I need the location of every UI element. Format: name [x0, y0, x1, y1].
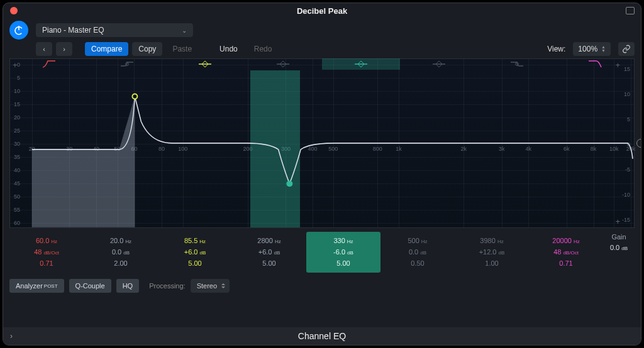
- undo-button[interactable]: Undo: [213, 42, 244, 56]
- svg-point-4: [132, 94, 137, 99]
- band-params-col[interactable]: 2800 Hz+6.0 dB5.00: [232, 232, 306, 273]
- bottom-options-bar: AnalyzerPOST Q-Couple HQ Processing: Ste…: [9, 279, 635, 293]
- plugin-window: Decibel Peak Piano - Master EQ ⌄ ‹ › Com…: [3, 3, 641, 345]
- power-button[interactable]: [9, 21, 28, 40]
- band-params-col[interactable]: 20.0 Hz0.0 dB2.00: [84, 232, 158, 273]
- eq-curve: [10, 59, 634, 227]
- toolbar: Piano - Master EQ ⌄ ‹ › Compare Copy Pas…: [3, 18, 641, 58]
- preset-selector[interactable]: Piano - Master EQ ⌄: [36, 23, 193, 37]
- chevron-down-icon: ⌄: [182, 27, 187, 34]
- analyzer-button[interactable]: AnalyzerPOST: [9, 279, 64, 293]
- link-icon: [622, 45, 631, 53]
- copy-button[interactable]: Copy: [132, 42, 162, 56]
- zoom-value: 100%: [578, 45, 597, 53]
- eq-graph[interactable]: + + + 051015202530354045505560 151050-5-…: [9, 58, 635, 228]
- window-title: Decibel Peak: [3, 6, 641, 16]
- hq-button[interactable]: HQ: [116, 279, 140, 293]
- maximize-icon[interactable]: [626, 7, 635, 14]
- zoom-stepper-icon: ▲▼: [601, 45, 606, 53]
- footer: › Channel EQ: [3, 327, 641, 345]
- link-button[interactable]: [618, 42, 635, 56]
- band-params-col[interactable]: 500 Hz0.0 dB0.50: [380, 232, 455, 273]
- band-params-col[interactable]: 330 Hz-6.0 dB5.00: [306, 232, 380, 273]
- paste-button[interactable]: Paste: [166, 42, 198, 56]
- q-couple-button[interactable]: Q-Couple: [69, 279, 111, 293]
- processing-dropdown[interactable]: Stereo: [191, 279, 230, 293]
- view-label: View:: [547, 45, 565, 53]
- compare-button[interactable]: Compare: [85, 42, 128, 56]
- band-params-col[interactable]: 3980 Hz+12.0 dB1.00: [455, 232, 529, 273]
- power-icon: [13, 24, 25, 36]
- processing-label: Processing:: [149, 282, 185, 290]
- prev-preset-button[interactable]: ‹: [36, 42, 52, 56]
- band-params-col[interactable]: 20000 Hz48 dB/Oct0.71: [529, 232, 603, 273]
- redo-button[interactable]: Redo: [248, 42, 279, 56]
- expand-chevron-icon[interactable]: ›: [3, 332, 19, 340]
- preset-name: Piano - Master EQ: [42, 26, 104, 35]
- band-params-col[interactable]: 60.0 Hz48 dB/Oct0.71: [9, 232, 84, 273]
- band-params-col[interactable]: 85.5 Hz+6.0 dB5.00: [158, 232, 232, 273]
- next-preset-button[interactable]: ›: [56, 42, 72, 56]
- zoom-selector[interactable]: 100% ▲▼: [573, 42, 611, 56]
- plugin-title: Channel EQ: [19, 331, 625, 341]
- band-params-row: 60.0 Hz48 dB/Oct0.7120.0 Hz0.0 dB2.0085.…: [9, 232, 635, 273]
- output-gain-knob[interactable]: [636, 139, 641, 148]
- master-gain-col[interactable]: Gain0.0 dB: [603, 232, 635, 273]
- titlebar: Decibel Peak: [3, 3, 641, 18]
- svg-point-5: [286, 180, 292, 187]
